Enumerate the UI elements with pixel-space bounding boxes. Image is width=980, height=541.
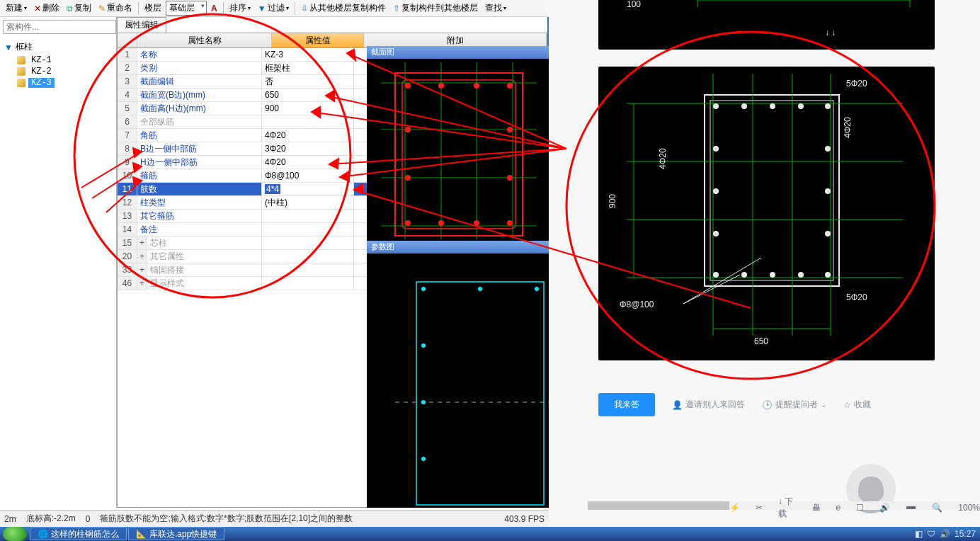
row-number: 13 <box>118 210 137 222</box>
row-number: 7 <box>118 129 137 142</box>
expand-toggle[interactable]: + <box>137 277 147 290</box>
delete-button[interactable]: ✕删除 <box>31 1 62 16</box>
tree-item[interactable]: KZ-2 <box>17 66 112 77</box>
download-button[interactable]: ↓ 下载 <box>778 496 797 520</box>
invite-link[interactable]: 👤邀请别人来回答 <box>672 399 745 411</box>
svg-rect-34 <box>710 101 833 280</box>
component-tree-panel: 🔍 ▼ 框柱 KZ-1KZ-2KZ-3 <box>0 17 117 508</box>
prop-value[interactable] <box>262 223 354 236</box>
parameter-viewer: 参数图 <box>367 241 549 508</box>
svg-point-16 <box>474 220 479 226</box>
section-viewer: 截面图 <box>367 46 549 241</box>
prop-value[interactable]: (中柱) <box>262 196 354 209</box>
tree-item[interactable]: KZ-1 <box>17 55 112 66</box>
prop-value[interactable]: 4Φ20 <box>262 129 354 142</box>
property-tab[interactable]: 属性编辑 <box>117 17 166 33</box>
prop-value[interactable]: Φ8@100 <box>262 169 354 182</box>
browser-tool-row: ⚡ ✂ ↓ 下载 🖶 e ☐ 🔊 ➖ 🔍 100% <box>729 496 980 520</box>
svg-point-21 <box>507 175 513 181</box>
funnel-icon: ▼ <box>4 42 13 52</box>
prop-name: H边一侧中部筋 <box>137 156 262 169</box>
prop-value[interactable]: 4Φ20 <box>262 156 354 169</box>
tool-page-icon[interactable]: ☐ <box>856 503 864 513</box>
prop-value[interactable] <box>262 250 354 263</box>
prop-name: 截面编辑 <box>137 75 262 88</box>
prop-value[interactable]: 4*4… <box>262 183 354 195</box>
rename-button[interactable]: ✎重命名 <box>96 1 135 16</box>
status-elev: 底标高:-2.2m <box>26 513 76 525</box>
collect-link[interactable]: ☆收藏 <box>843 399 871 411</box>
svg-point-49 <box>825 103 831 109</box>
remind-link[interactable]: 🕒提醒提问者⌄ <box>762 399 826 411</box>
dim-b-text: 650 <box>754 336 768 346</box>
sort-az-button[interactable]: A <box>208 1 220 16</box>
filter-button[interactable]: ▼过滤▾ <box>255 1 292 16</box>
prop-value[interactable] <box>262 237 354 249</box>
svg-point-15 <box>438 220 444 226</box>
prop-value[interactable] <box>262 277 354 290</box>
sort-button[interactable]: 排序▾ <box>227 1 253 16</box>
prop-name: 截面宽(B边)(mm) <box>137 89 262 101</box>
prop-value[interactable]: 否 <box>262 75 354 88</box>
copy-to-floor-button[interactable]: ⇧复制构件到其他楼层 <box>390 1 481 16</box>
zoom-in-icon[interactable]: 🔍 <box>932 503 942 513</box>
svg-point-20 <box>507 127 513 132</box>
copy-from-floor-button[interactable]: ⇩从其他楼层复制构件 <box>298 1 389 16</box>
expand-toggle[interactable]: + <box>137 237 147 249</box>
tool-scissors-icon[interactable]: ✂ <box>756 503 763 513</box>
prop-value[interactable]: 650 <box>262 89 354 101</box>
prop-value[interactable]: 框架柱 <box>262 62 354 74</box>
prop-name: 芯柱 <box>147 237 262 249</box>
new-button[interactable]: 新建▾ <box>3 1 30 16</box>
taskbar-item-2[interactable]: 📐库联达.app快捷键 <box>128 528 224 540</box>
start-button[interactable] <box>3 527 27 541</box>
tray-icon[interactable]: 🔊 <box>940 529 950 539</box>
star-icon: ☆ <box>843 400 851 410</box>
expand-toggle[interactable]: + <box>137 250 147 263</box>
prop-name: 锚固搭接 <box>147 263 262 276</box>
tool-speaker-icon[interactable]: 🔊 <box>879 503 890 513</box>
svg-point-57 <box>713 231 719 237</box>
tool-accel-icon[interactable]: ⚡ <box>729 503 740 513</box>
prop-name: 其它箍筋 <box>137 210 262 222</box>
svg-rect-33 <box>705 95 839 286</box>
zoom-out-icon[interactable]: ➖ <box>906 503 916 513</box>
svg-point-19 <box>405 175 411 181</box>
prop-value[interactable]: KZ-3 <box>262 48 354 61</box>
tray-icon[interactable]: 🛡 <box>927 529 935 539</box>
tree-item[interactable]: KZ-3 <box>17 77 112 89</box>
copy-button[interactable]: ⧉复制 <box>64 1 94 16</box>
row-number: 3 <box>118 75 137 88</box>
taskbar-item-1[interactable]: 🌐这样的柱钢筋怎么 <box>30 528 127 540</box>
svg-point-59 <box>825 188 831 194</box>
parameter-viewer-title: 参数图 <box>367 241 549 254</box>
svg-point-10 <box>405 83 411 89</box>
svg-point-54 <box>825 272 831 278</box>
floor-dropdown[interactable]: 基础层 <box>166 1 207 16</box>
cube-icon <box>17 56 25 64</box>
tool-print-icon[interactable]: 🖶 <box>812 503 821 513</box>
svg-point-48 <box>798 103 804 109</box>
search-input[interactable] <box>3 20 116 34</box>
expand-toggle[interactable]: + <box>137 263 147 276</box>
find-button[interactable]: 查找▾ <box>482 1 509 16</box>
tool-ie-icon[interactable]: e <box>836 503 841 513</box>
prop-value[interactable]: 3Φ20 <box>262 142 354 155</box>
row-number: 10 <box>118 169 137 182</box>
prop-value[interactable] <box>262 263 354 276</box>
prop-value[interactable] <box>262 115 354 128</box>
system-tray[interactable]: ◧ 🛡 🔊 15:27 <box>911 529 980 539</box>
svg-point-27 <box>421 343 426 348</box>
tree-root[interactable]: ▼ 框柱 <box>4 40 112 55</box>
tray-icon[interactable]: ◧ <box>915 529 923 539</box>
zoom-value[interactable]: 100% <box>958 503 980 513</box>
answer-action-bar: 我来答 👤邀请别人来回答 🕒提醒提问者⌄ ☆收藏 <box>598 393 871 416</box>
answer-button[interactable]: 我来答 <box>598 393 655 416</box>
prop-value[interactable]: 900 <box>262 102 354 115</box>
stirrup-text: Φ8@100 <box>620 300 654 309</box>
prop-value[interactable] <box>262 210 354 222</box>
svg-point-52 <box>770 272 775 278</box>
tree-root-label: 框柱 <box>16 41 33 53</box>
status-fps: 403.9 FPS <box>504 514 545 524</box>
svg-point-12 <box>474 83 479 89</box>
